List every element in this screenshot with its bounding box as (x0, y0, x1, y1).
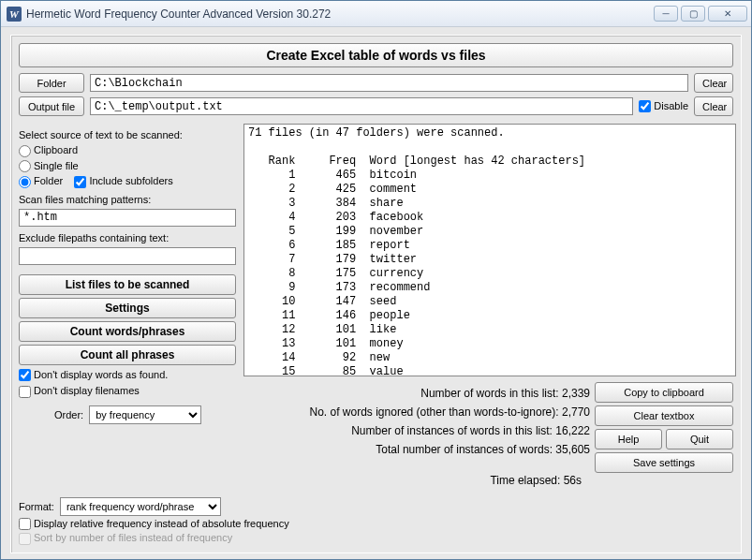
help-button[interactable]: Help (595, 429, 662, 449)
clear-folder-button[interactable]: Clear (694, 73, 733, 93)
scan-patterns-input[interactable] (19, 209, 236, 227)
list-files-button[interactable]: List files to be scanned (19, 274, 236, 295)
app-window: W Hermetic Word Frequency Counter Advanc… (0, 0, 752, 560)
right-buttons: Copy to clipboard Clear textbox Help Qui… (595, 382, 733, 476)
titlebar[interactable]: W Hermetic Word Frequency Counter Advanc… (1, 1, 751, 27)
minimize-button[interactable]: ─ (654, 6, 678, 22)
folder-path-input[interactable] (90, 74, 688, 92)
create-excel-button[interactable]: Create Excel table of words vs files (19, 43, 733, 67)
time-elapsed: Time elapsed: 56s (490, 474, 582, 487)
bottom-area: Format: rank frequency word/phrase Displ… (19, 497, 730, 547)
window-title: Hermetic Word Frequency Counter Advanced… (26, 7, 331, 21)
stat-total-instances: Total number of instances of words: 35,6… (272, 440, 590, 459)
clear-textbox-button[interactable]: Clear textbox (595, 405, 733, 426)
dont-display-filenames-checkbox[interactable]: Don't display filenames (19, 385, 140, 396)
output-file-button[interactable]: Output file (19, 96, 84, 116)
maximize-button[interactable]: ▢ (681, 6, 705, 22)
stat-ignored: No. of words ignored (other than words-t… (272, 403, 590, 421)
disable-checkbox-label[interactable]: Disable (639, 100, 688, 113)
disable-checkbox[interactable] (639, 100, 651, 112)
scan-patterns-label: Scan files matching patterns: (19, 194, 236, 205)
stat-instances-list: Number of instances of words in this lis… (272, 421, 590, 440)
include-subfolders-checkbox[interactable]: Include subfolders (74, 175, 172, 186)
copy-clipboard-button[interactable]: Copy to clipboard (595, 382, 733, 403)
left-column: Select source of text to be scanned: Cli… (19, 124, 236, 428)
folder-button[interactable]: Folder (19, 73, 84, 93)
exclude-label: Exclude filepaths containing text: (19, 232, 236, 243)
format-select[interactable]: rank frequency word/phrase (60, 497, 221, 516)
maximize-icon: ▢ (689, 8, 698, 19)
save-settings-button[interactable]: Save settings (595, 452, 733, 473)
app-icon: W (7, 7, 22, 22)
results-textbox[interactable]: 71 files (in 47 folders) were scanned. R… (243, 124, 736, 376)
stats-block: Number of words in this list: 2,339 No. … (272, 384, 590, 459)
format-label: Format: (19, 501, 54, 512)
sort-by-files-checkbox: Sort by number of files instead of frequ… (19, 532, 232, 545)
quit-button[interactable]: Quit (666, 429, 733, 449)
close-button[interactable]: ✕ (708, 6, 747, 22)
minimize-icon: ─ (662, 8, 669, 19)
order-label: Order: (54, 409, 83, 420)
count-all-phrases-button[interactable]: Count all phrases (19, 345, 236, 365)
radio-folder[interactable]: Folder (19, 175, 63, 186)
exclude-input[interactable] (19, 247, 236, 265)
main-panel: Create Excel table of words vs files Fol… (10, 35, 742, 553)
content-area: Create Excel table of words vs files Fol… (1, 27, 751, 559)
stat-num-words: Number of words in this list: 2,339 (272, 384, 590, 403)
close-icon: ✕ (724, 8, 731, 19)
radio-single-file[interactable]: Single file (19, 160, 79, 171)
count-words-button[interactable]: Count words/phrases (19, 321, 236, 342)
dont-display-words-checkbox[interactable]: Don't display words as found. (19, 369, 168, 380)
relative-freq-checkbox[interactable]: Display relative frequency instead of ab… (19, 518, 289, 531)
source-label: Select source of text to be scanned: (19, 129, 236, 140)
output-path-input[interactable] (90, 97, 633, 115)
order-select[interactable]: by frequency (89, 405, 201, 424)
settings-button[interactable]: Settings (19, 298, 236, 318)
radio-clipboard[interactable]: Clipboard (19, 144, 78, 155)
clear-output-button[interactable]: Clear (694, 96, 733, 116)
